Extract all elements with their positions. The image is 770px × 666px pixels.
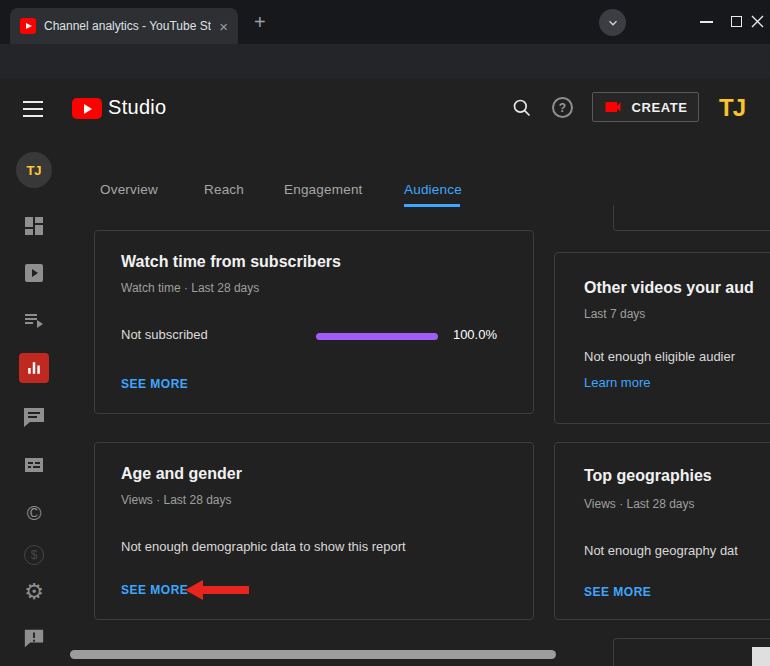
help-icon[interactable]: ? xyxy=(552,97,573,118)
sidebar-channel-avatar[interactable]: TJ xyxy=(16,152,52,188)
bar-row-value: 100.0% xyxy=(453,327,497,342)
card-title: Top geographies xyxy=(584,467,712,485)
studio-brand[interactable]: Studio xyxy=(108,96,167,119)
card-watch-time-from-subscribers: Watch time from subscribers Watch time ·… xyxy=(94,230,534,414)
see-more-link[interactable]: SEE MORE xyxy=(121,377,188,391)
analytics-bars-icon xyxy=(24,358,44,378)
sidebar-item-settings-gear-icon[interactable]: ⚙ xyxy=(22,580,46,604)
sidebar-item-copyright-icon[interactable]: © xyxy=(22,501,46,525)
menu-hamburger-icon[interactable] xyxy=(23,101,43,117)
new-tab-button[interactable]: + xyxy=(254,11,266,34)
chevron-down-icon xyxy=(606,16,620,30)
card-subtitle: Watch time · Last 28 days xyxy=(121,281,259,295)
card-subtitle: Views · Last 28 days xyxy=(584,497,695,511)
channel-avatar[interactable]: TJ xyxy=(719,94,745,122)
youtube-logo-icon[interactable] xyxy=(72,98,102,119)
browser-toolbar: studio.youtube.com/channel/UCdkWmRcI-Bkh… xyxy=(0,44,770,78)
sidebar-item-subtitles-icon[interactable] xyxy=(22,453,46,477)
horizontal-scrollbar-thumb[interactable] xyxy=(70,650,556,659)
card-age-and-gender: Age and gender Views · Last 28 days Not … xyxy=(94,442,534,620)
annotation-arrow xyxy=(183,577,253,603)
learn-more-link[interactable]: Learn more xyxy=(584,375,650,390)
card-subtitle: Last 7 days xyxy=(584,307,645,321)
browser-tab[interactable]: Channel analytics - YouTube Stud × xyxy=(10,8,238,44)
card-title: Watch time from subscribers xyxy=(121,253,341,271)
tab-overview[interactable]: Overview xyxy=(100,182,158,197)
tab-reach[interactable]: Reach xyxy=(204,182,244,197)
scrollbar-corner xyxy=(752,647,770,666)
search-icon[interactable] xyxy=(512,98,532,118)
sidebar-item-comments-icon[interactable] xyxy=(22,405,46,429)
partial-card-bottom xyxy=(613,638,770,666)
browser-titlebar: Channel analytics - YouTube Stud × + xyxy=(0,0,770,44)
tab-close-icon[interactable]: × xyxy=(219,19,228,34)
see-more-link[interactable]: SEE MORE xyxy=(584,585,651,599)
tab-audience[interactable]: Audience xyxy=(404,182,462,197)
subscribers-bar xyxy=(316,333,438,340)
card-message: Not enough eligible audier xyxy=(584,349,735,364)
active-tab-underline xyxy=(404,204,460,207)
card-top-geographies: Top geographies Views · Last 28 days Not… xyxy=(554,442,770,620)
tab-title: Channel analytics - YouTube Stud xyxy=(44,19,211,33)
window-close-button[interactable] xyxy=(751,15,764,28)
card-message: Not enough geography dat xyxy=(584,543,738,558)
card-subtitle: Views · Last 28 days xyxy=(121,493,232,507)
youtube-favicon-icon xyxy=(20,18,36,34)
card-title: Other videos your aud xyxy=(584,279,754,297)
browser-window: Channel analytics - YouTube Stud × + stu… xyxy=(0,0,770,666)
window-maximize-button[interactable] xyxy=(731,16,742,27)
card-message: Not enough demographic data to show this… xyxy=(121,539,406,554)
bar-row-label: Not subscribed xyxy=(121,327,208,342)
sidebar-item-dashboard-icon[interactable] xyxy=(22,214,46,238)
sidebar-item-playlists-icon[interactable] xyxy=(22,308,46,332)
window-minimize-button[interactable] xyxy=(700,21,713,23)
sidebar-item-analytics-active[interactable] xyxy=(19,353,49,383)
media-controls-icon[interactable] xyxy=(599,9,626,36)
videocam-icon xyxy=(603,97,623,117)
create-button-label: CREATE xyxy=(631,100,687,115)
sidebar-item-monetization-icon[interactable]: $ xyxy=(24,545,44,565)
create-button[interactable]: CREATE xyxy=(592,92,699,122)
card-other-videos: Other videos your aud Last 7 days Not en… xyxy=(554,252,770,424)
see-more-link[interactable]: SEE MORE xyxy=(121,583,188,597)
partial-card-top xyxy=(613,205,770,231)
sidebar-item-content-icon[interactable] xyxy=(22,261,46,285)
tab-engagement[interactable]: Engagement xyxy=(284,182,363,197)
sidebar-item-feedback-icon[interactable] xyxy=(23,627,45,649)
card-title: Age and gender xyxy=(121,465,242,483)
